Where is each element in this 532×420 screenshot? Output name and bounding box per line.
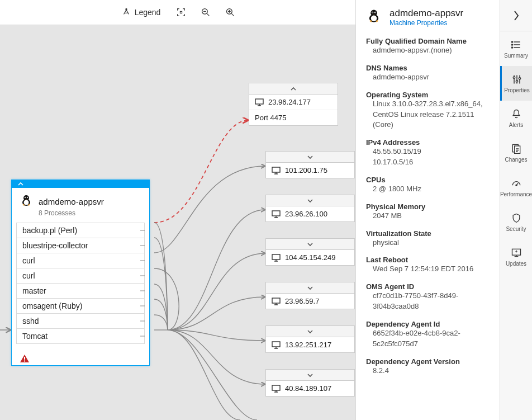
monitor-icon (255, 98, 264, 106)
destination-card[interactable]: 40.84.189.107 (265, 369, 355, 397)
process-item[interactable]: curl (16, 253, 145, 268)
document-icon (511, 143, 522, 154)
properties-subtitle[interactable]: Machine Properties (390, 19, 463, 27)
process-item[interactable]: bluestripe-collector (16, 238, 145, 253)
legend-button[interactable]: Legend (117, 4, 165, 21)
rail-label: Alerts (509, 122, 524, 128)
property-value: cf7c0d1b-7750-43f7-8d49-3f04b3caa0d8 (366, 291, 490, 312)
destination-ip: 101.200.1.75 (285, 166, 327, 174)
destination-card[interactable]: 23.96.26.100 (265, 195, 355, 222)
monitor-icon (272, 167, 281, 174)
svg-point-6 (24, 200, 29, 205)
zoom-out-button[interactable] (197, 4, 214, 21)
chevron-down-icon (307, 154, 314, 161)
svg-rect-29 (511, 47, 512, 48)
destination-ip-row[interactable]: 23.96.59.7 (266, 294, 354, 309)
destination-expand-toggle[interactable] (266, 239, 354, 250)
property-item: CPUs2 @ 1800 MHz (366, 176, 490, 195)
svg-rect-16 (272, 254, 280, 259)
destination-ip-row[interactable]: 23.96.24.177 (249, 95, 338, 110)
svg-point-32 (519, 77, 520, 79)
rail-tab-security[interactable]: Security (500, 205, 532, 239)
properties-title: admdemo-appsvr (390, 8, 463, 19)
property-item: Operating SystemLinux 3.10.0-327.28.3.el… (366, 91, 490, 131)
destination-ip: 40.84.189.107 (285, 384, 331, 393)
svg-point-31 (516, 80, 517, 82)
process-item[interactable]: curl (16, 268, 145, 284)
zoom-in-button[interactable] (222, 4, 239, 21)
svg-rect-12 (24, 361, 25, 362)
destination-ip: 23.96.26.100 (285, 210, 327, 218)
properties-list: Fully Qualified Domain Nameadmdemo-appsv… (366, 37, 490, 376)
rail-tab-performance[interactable]: Performance (500, 170, 532, 205)
property-value: 2047 MB (366, 211, 490, 221)
destination-expand-toggle[interactable] (266, 152, 354, 163)
destination-ip-row[interactable]: 13.92.251.217 (266, 337, 354, 352)
rail-tab-summary[interactable]: Summary (500, 31, 532, 66)
destination-ip: 104.45.154.249 (285, 253, 335, 262)
destination-card[interactable]: 13.92.251.217 (265, 325, 355, 353)
property-value: physical (366, 238, 490, 248)
rail-label: Security (506, 226, 526, 232)
chevron-up-icon (290, 86, 297, 92)
svg-rect-14 (272, 167, 280, 172)
property-value: 45.55.50.15/1910.17.0.5/16 (366, 147, 490, 168)
rail-label: Properties (504, 87, 530, 93)
destination-card[interactable]: 23.96.24.177 Port 4475 (249, 83, 338, 126)
rail-label: Changes (505, 157, 527, 163)
property-value: admdemo-appsvr (366, 72, 490, 83)
rail-tab-properties[interactable]: Properties (500, 66, 532, 101)
machine-process-count: 8 Processes (12, 209, 149, 223)
rail-tab-alerts[interactable]: Alerts (500, 101, 532, 135)
fit-to-screen-button[interactable] (173, 4, 189, 21)
chevron-down-icon (307, 197, 314, 204)
bell-icon (511, 108, 522, 120)
destination-expand-toggle[interactable] (266, 370, 354, 381)
destination-card[interactable]: 104.45.154.249 (265, 238, 355, 266)
destination-expand-toggle[interactable] (266, 195, 354, 206)
machine-card[interactable]: admdemo-appsvr 8 Processes backup.pl (Pe… (11, 180, 150, 366)
destination-ip-row[interactable]: 104.45.154.249 (266, 250, 354, 265)
destination-port-row[interactable]: Port 4475 (249, 110, 338, 125)
property-key: Last Reboot (366, 256, 490, 264)
process-item[interactable]: omsagent (Ruby) (16, 299, 145, 314)
svg-point-0 (126, 8, 127, 10)
side-rail: Summary Properties Alerts Changes Perfor… (500, 0, 532, 420)
monitor-icon (272, 385, 281, 393)
svg-rect-11 (24, 357, 25, 360)
process-item[interactable]: master (16, 284, 145, 299)
destination-ip-row[interactable]: 101.200.1.75 (266, 163, 354, 178)
chevron-down-icon (307, 285, 314, 291)
destination-ip-row[interactable]: 40.84.189.107 (266, 381, 354, 396)
destination-expand-toggle[interactable] (266, 282, 354, 294)
chevron-right-icon (512, 9, 520, 22)
properties-panel: admdemo-appsvr Machine Properties Fully … (355, 0, 500, 420)
process-item[interactable]: Tomcat (16, 329, 145, 344)
svg-rect-15 (272, 211, 280, 216)
process-item[interactable]: backup.pl (Perl) (16, 223, 145, 238)
destination-card[interactable]: 101.200.1.75 (265, 151, 355, 178)
process-list: backup.pl (Perl) bluestripe-collector cu… (12, 223, 149, 350)
machine-name: admdemo-appsvr (39, 197, 104, 206)
rail-expand-toggle[interactable] (500, 0, 532, 31)
svg-rect-18 (272, 342, 280, 347)
process-item[interactable]: sshd (16, 314, 145, 329)
machine-card-header[interactable] (12, 180, 149, 188)
destination-card[interactable]: 23.96.59.7 (265, 282, 355, 309)
destination-expand-toggle[interactable] (266, 326, 354, 337)
property-value: 6652f34b-e02e-4cb8-9ca2-5c2c5fc075d7 (366, 328, 490, 350)
legend-label: Legend (135, 8, 161, 17)
svg-point-22 (371, 15, 377, 21)
property-key: Operating System (366, 91, 490, 99)
dependency-map-canvas[interactable]: admdemo-appsvr 8 Processes backup.pl (Pe… (0, 25, 355, 420)
rail-tab-updates[interactable]: Updates (500, 239, 532, 274)
svg-point-25 (372, 12, 373, 13)
property-value: Linux 3.10.0-327.28.3.el7.x86_64, CentOS… (366, 99, 490, 131)
alert-icon[interactable] (20, 354, 149, 365)
rail-tab-changes[interactable]: Changes (500, 135, 532, 170)
destination-expand-toggle[interactable] (249, 83, 338, 95)
property-value: 8.2.4 (366, 366, 490, 376)
svg-rect-34 (514, 146, 520, 153)
property-item: Last RebootWed Sep 7 12:54:19 EDT 2016 (366, 256, 490, 275)
destination-ip-row[interactable]: 23.96.26.100 (266, 206, 354, 221)
